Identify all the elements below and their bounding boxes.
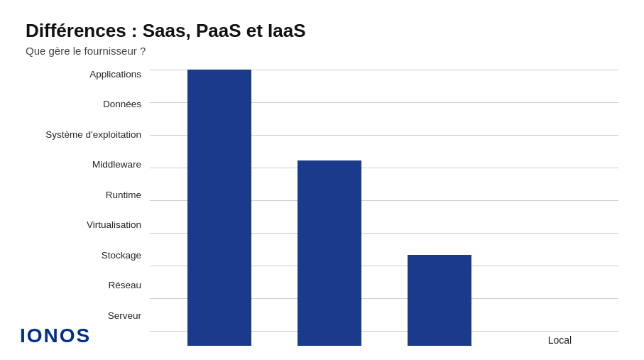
y-label: Système d'exploitation [26,130,150,140]
bar [408,255,471,346]
bar-group [384,70,494,346]
chart-subtitle: Que gère le fournisseur ? [26,45,618,57]
bars-container [150,70,618,346]
logo-text: IONOS [20,324,91,347]
y-label: Données [26,99,150,109]
chart-grid: SaaSPaaSIaaSLocal [150,70,618,346]
y-label: Stockage [26,251,150,261]
chart-title: Différences : Saas, PaaS et IaaS [26,20,618,42]
bar-group [164,70,274,346]
y-label: Serveur [26,311,150,321]
chart-area: ApplicationsDonnéesSystème d'exploitatio… [26,70,618,346]
y-label: Runtime [26,190,150,200]
y-label: Applications [26,70,150,80]
main-card: Différences : Saas, PaaS et IaaS Que gèr… [0,0,644,360]
bar [187,70,251,346]
y-axis-labels: ApplicationsDonnéesSystème d'exploitatio… [26,70,150,346]
y-label: Virtualisation [26,220,150,230]
bar [298,160,361,346]
y-label: Réseau [26,280,150,290]
bar-group [494,70,604,346]
y-label: Middleware [26,160,150,170]
logo-area: IONOS [20,324,91,347]
bar-group [274,70,384,346]
